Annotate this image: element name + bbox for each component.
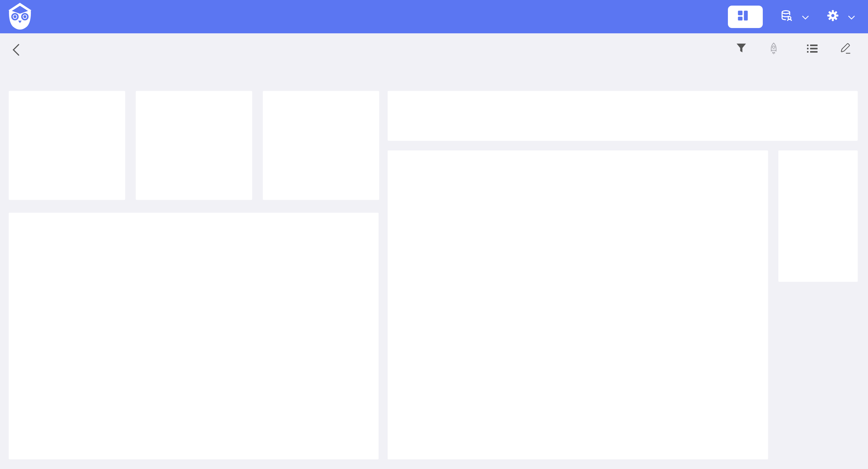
gear-icon (827, 10, 839, 24)
dashboard-grid-icon (737, 10, 748, 24)
stacked-bar-chart (388, 150, 768, 459)
boost-toggle[interactable] (769, 43, 789, 57)
options-list-icon (807, 44, 817, 56)
filter-funnel-icon (736, 43, 746, 56)
nav-data-warehouse[interactable] (781, 10, 809, 24)
brand-logo (7, 3, 37, 31)
chevron-down-icon (848, 11, 855, 23)
owl-logo-icon (7, 3, 32, 31)
kpi-card-total-orders (9, 91, 125, 200)
options-button[interactable] (807, 44, 822, 56)
top-navbar (0, 0, 868, 33)
page-header (0, 33, 868, 66)
nav-settings[interactable] (827, 10, 855, 24)
chevron-down-icon (802, 11, 809, 23)
edit-button[interactable] (840, 43, 856, 57)
nav-dashboards[interactable] (728, 6, 763, 28)
database-icon (781, 10, 793, 24)
metric-control-panel (388, 91, 858, 141)
pie-chart-card (9, 213, 379, 459)
pie-chart (9, 213, 379, 459)
back-button[interactable] (11, 43, 23, 56)
date-range-panel (778, 150, 858, 282)
rocket-icon (769, 43, 778, 57)
kpi-card-total-profit (263, 91, 379, 200)
kpi-card-total-cost (136, 91, 252, 200)
bar-chart-card (388, 150, 768, 459)
pencil-icon (840, 43, 851, 57)
add-filter-button[interactable] (736, 43, 751, 56)
